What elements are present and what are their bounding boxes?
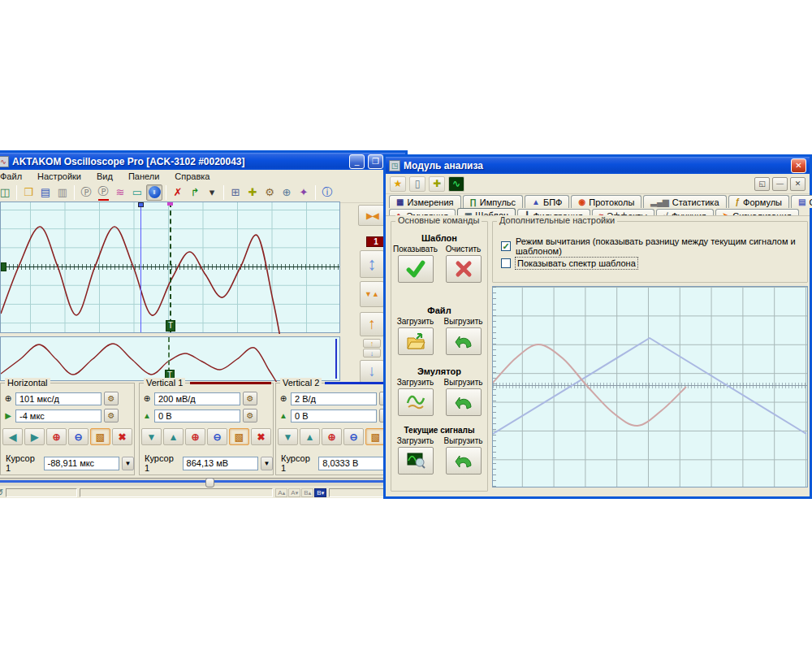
tab-statistika[interactable]: ▂▄▆Статистика (643, 195, 726, 208)
template-chart[interactable] (492, 286, 808, 488)
info-panel-button[interactable]: ▯ (409, 176, 425, 192)
h-zoom-out-button[interactable]: ⊖ (68, 428, 89, 445)
v1-zoom-out-button[interactable]: ⊖ (207, 428, 227, 445)
menu-view[interactable]: Вид (95, 171, 114, 181)
marker-b-down[interactable]: B▾ (314, 488, 326, 497)
print-button[interactable]: ▥ (54, 184, 71, 201)
analysis-close-button[interactable]: ✕ (791, 158, 806, 173)
waves-button[interactable]: ≋ (112, 184, 128, 201)
v1-offset-field[interactable]: 0 В (154, 410, 240, 422)
horizontal-scrollbar[interactable] (0, 478, 405, 486)
record-button[interactable]: Ⓟ (78, 184, 94, 201)
oscilloscope-titlebar[interactable]: ∿ AKTAKOM Oscilloscope Pro [ACK-3102 #00… (0, 153, 405, 170)
menu-settings[interactable]: Настройки (36, 171, 83, 181)
menu-panels[interactable]: Панели (127, 171, 161, 181)
marker-b-up[interactable]: B▴ (301, 488, 313, 497)
v1-pan-up-button[interactable]: ▲ (163, 428, 184, 445)
cursor-handle[interactable] (138, 202, 144, 207)
close-panel-button[interactable]: ✕ (790, 177, 806, 191)
favorites-button[interactable]: ★ (390, 176, 406, 192)
v1-offset-auto-button[interactable]: ⚙ (243, 409, 257, 422)
v1-cursor-value[interactable]: 864,13 мВ (183, 457, 258, 470)
shift-down-button[interactable]: ↓ (360, 360, 384, 383)
nudge-up-button[interactable]: ↑ (363, 339, 381, 348)
restore-button[interactable]: ❐ (368, 154, 383, 169)
h-zoom-box-button[interactable]: ▧ (90, 428, 110, 445)
minimize-panel-button[interactable]: — (772, 177, 788, 191)
time-scale-field[interactable]: 101 мкс/д (15, 392, 102, 405)
signal-overview[interactable]: T (0, 336, 340, 381)
v2-cursor-value[interactable]: 8,0333 В (318, 457, 393, 470)
delete-marker-button[interactable]: ✗ (170, 184, 186, 201)
v2-pan-down-button[interactable]: ▼ (278, 428, 298, 445)
v1-cursor-dropdown[interactable]: ▼ (261, 457, 273, 470)
v2-zoom-in-button[interactable]: ⊕ (322, 428, 342, 445)
marker-dropdown-button[interactable]: ▾ (204, 184, 220, 201)
v1-zoom-box-button[interactable]: ▧ (229, 428, 249, 445)
h-zoom-in-button[interactable]: ⊕ (46, 428, 67, 445)
tab-impuls[interactable]: ∏Импульс (463, 195, 524, 208)
h-cursor-dropdown[interactable]: ▼ (122, 457, 134, 470)
load-current-signals-button[interactable] (398, 447, 434, 474)
measure-cross-button[interactable]: ✚ (429, 176, 445, 192)
tab-svodka[interactable]: ▤Сводка (791, 195, 812, 208)
minimize-button[interactable]: _ (349, 154, 365, 169)
v2-offset-field[interactable]: 0 В (291, 410, 377, 422)
time-offset-auto-button[interactable]: ⚙ (104, 409, 119, 422)
h-zoom-clear-button[interactable]: ✖ (112, 428, 132, 445)
scroll-thumb[interactable] (205, 478, 214, 488)
unload-current-signals-button[interactable] (446, 447, 482, 474)
trigger-handle[interactable] (167, 202, 173, 206)
v2-zoom-out-button[interactable]: ⊖ (343, 428, 364, 445)
panel-frame-button[interactable]: ⊞ (227, 184, 244, 201)
v1-zoom-clear-button[interactable]: ✖ (251, 428, 271, 445)
marker-a-down[interactable]: A▾ (288, 488, 300, 497)
pause-button[interactable]: ‖ (146, 184, 162, 201)
scope-screen-button[interactable]: ∿ (448, 176, 464, 192)
nudge-down-button[interactable]: ↓ (363, 349, 381, 358)
record-alt-button[interactable]: Ⓟ (95, 184, 111, 201)
trigger-flag[interactable]: T (166, 320, 175, 332)
channel-ground-marker[interactable] (1, 262, 6, 271)
v1-scale-field[interactable]: 200 мВ/д (154, 392, 240, 405)
panel-tools-button[interactable]: ⚙ (261, 184, 278, 201)
marker-a-up[interactable]: A▴ (275, 488, 287, 497)
add-marker-button[interactable]: ↱ (187, 184, 203, 201)
overview-cursor-line[interactable] (335, 339, 337, 379)
v1-pan-down-button[interactable]: ▼ (141, 428, 162, 445)
tab-izmereniya[interactable]: ▦Измерения (389, 195, 461, 208)
pan-right-button[interactable]: ▶ (24, 428, 45, 445)
unload-file-button[interactable] (446, 327, 482, 355)
menu-file[interactable]: Файл (0, 171, 24, 181)
v2-pan-up-button[interactable]: ▲ (300, 428, 320, 445)
tab-formuly[interactable]: ƒФормулы (728, 195, 789, 208)
time-scale-auto-button[interactable]: ⚙ (104, 392, 119, 405)
panel-measure-button[interactable]: ✚ (244, 184, 261, 201)
display-button[interactable]: ▭ (129, 184, 145, 201)
v2-scale-field[interactable]: 2 В/д (291, 392, 377, 405)
subtract-mode-checkbox[interactable]: ✓ (501, 241, 511, 251)
info-button[interactable]: ⓘ (319, 184, 335, 201)
clear-template-button[interactable] (446, 255, 482, 283)
v1-scale-auto-button[interactable]: ⚙ (243, 392, 257, 405)
float-panel-button[interactable]: ◱ (754, 177, 770, 191)
tab-protokoly[interactable]: ◉Протоколы (571, 195, 641, 208)
open-file-button[interactable]: ❒ (20, 184, 37, 201)
collapse-vertical-button[interactable]: ▼▲ (360, 281, 384, 307)
show-template-button[interactable] (398, 255, 434, 283)
exit-button[interactable]: ◫ (0, 184, 13, 201)
load-file-button[interactable] (398, 327, 434, 355)
show-spectrum-checkbox[interactable] (501, 258, 511, 268)
cursor-line[interactable] (140, 202, 141, 332)
panel-wizard-button[interactable]: ✦ (296, 184, 312, 201)
tab-bpf[interactable]: ▲БПФ (525, 195, 569, 208)
panel-zoom-button[interactable]: ⊕ (279, 184, 295, 201)
unload-emulator-button[interactable] (446, 388, 482, 416)
time-offset-field[interactable]: -4 мкс (15, 410, 102, 422)
shift-up-button[interactable]: ↑ (360, 312, 384, 336)
load-emulator-button[interactable] (398, 388, 434, 416)
analysis-titlebar[interactable]: ◳ Модуль анализа ✕ (386, 157, 810, 174)
save-button[interactable]: ▤ (37, 184, 54, 201)
pan-left-button[interactable]: ◀ (2, 428, 23, 445)
h-cursor-value[interactable]: -88,911 мкс (44, 457, 119, 470)
